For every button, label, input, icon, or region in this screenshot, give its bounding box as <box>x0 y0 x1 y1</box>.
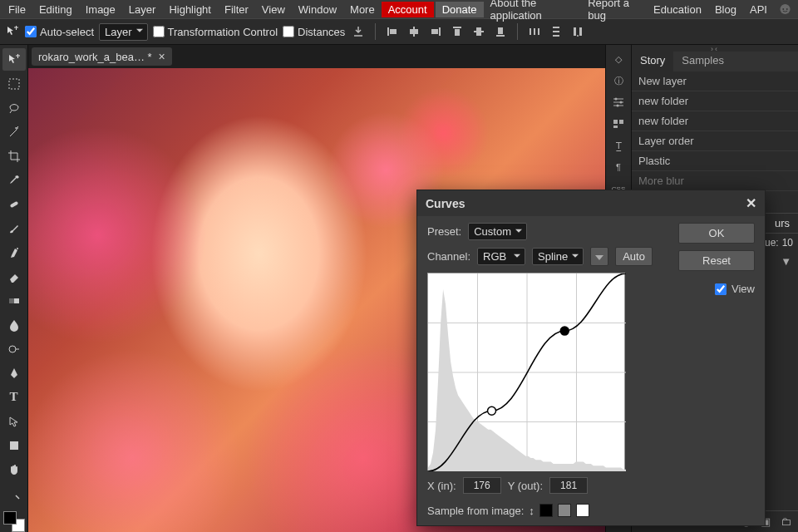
auto-select-label: Auto-select <box>40 26 94 38</box>
y-input[interactable]: 181 <box>549 477 588 494</box>
align-top-icon[interactable] <box>449 23 466 40</box>
align-bottom-icon[interactable] <box>492 23 509 40</box>
menu-api[interactable]: API <box>743 2 774 17</box>
transform-input[interactable] <box>153 26 165 37</box>
preset-select[interactable]: Custom <box>468 223 527 240</box>
rail-collapse-icon[interactable]: ◇ <box>608 50 628 68</box>
clone-tool[interactable] <box>2 241 26 264</box>
rail-sliders-icon[interactable] <box>608 93 628 111</box>
opacity-value[interactable]: 10 <box>782 237 793 249</box>
fg-color-swatch[interactable] <box>3 511 17 525</box>
reddit-icon[interactable] <box>779 2 791 17</box>
eraser-tool[interactable] <box>2 265 26 288</box>
transform-checkbox[interactable]: Transformation Control <box>153 26 278 38</box>
distribute-v-icon[interactable] <box>548 23 564 40</box>
rect-select-tool[interactable] <box>2 72 26 95</box>
auto-select-checkbox[interactable]: Auto-select <box>25 26 94 38</box>
dialog-close-icon[interactable]: ✕ <box>746 195 756 211</box>
tab-story[interactable]: Story <box>632 52 673 71</box>
menu-view[interactable]: View <box>255 2 292 17</box>
menu-filter[interactable]: Filter <box>218 2 255 17</box>
curve-point[interactable] <box>560 327 569 335</box>
history-item[interactable]: Layer order <box>632 131 798 151</box>
pen-tool[interactable] <box>2 362 26 384</box>
channel-select[interactable]: RGB <box>477 248 525 265</box>
sample-picker-icon[interactable]: ↕ <box>529 505 534 517</box>
download-icon[interactable] <box>350 23 367 40</box>
view-checkbox[interactable] <box>715 283 727 295</box>
move-tool[interactable] <box>2 48 26 71</box>
sample-white[interactable] <box>576 504 589 517</box>
menu-report-bug[interactable]: Report a bug <box>581 0 647 23</box>
heal-tool[interactable] <box>2 193 26 215</box>
sample-gray[interactable] <box>558 504 571 517</box>
x-input[interactable]: 176 <box>463 477 501 494</box>
history-item[interactable]: new folder <box>632 91 798 111</box>
blur-tool[interactable] <box>2 313 26 336</box>
history-item[interactable]: New layer <box>632 71 798 91</box>
auto-button[interactable]: Auto <box>615 247 653 266</box>
rail-info-icon[interactable]: ⓘ <box>608 71 628 90</box>
ok-button[interactable]: OK <box>678 223 755 244</box>
curve-point[interactable] <box>488 406 496 415</box>
menu-highlight[interactable]: Highlight <box>162 2 218 17</box>
align-middle-icon[interactable] <box>470 23 487 40</box>
gradient-tool[interactable] <box>2 289 26 312</box>
menu-donate[interactable]: Donate <box>436 2 484 17</box>
menu-education[interactable]: Education <box>647 2 708 17</box>
shape-tool[interactable] <box>2 434 26 456</box>
wand-tool[interactable] <box>2 121 26 143</box>
freehand-toggle[interactable] <box>590 247 608 266</box>
menu-editing[interactable]: Editing <box>32 2 79 17</box>
curves-graph[interactable] <box>427 273 625 470</box>
align-right-icon[interactable] <box>427 23 444 40</box>
history-item[interactable]: Plastic <box>632 151 798 171</box>
menu-more[interactable]: More <box>343 2 382 17</box>
svg-rect-8 <box>431 29 438 34</box>
menu-account[interactable]: Account <box>382 2 434 17</box>
history-item[interactable]: new folder <box>632 111 798 131</box>
align-left-icon[interactable] <box>384 23 401 40</box>
crop-tool[interactable] <box>2 145 26 167</box>
tab-layers-partial[interactable]: urs <box>766 214 798 233</box>
svg-rect-17 <box>538 28 539 35</box>
distribute-h-icon[interactable] <box>526 23 543 40</box>
rail-character-icon[interactable]: T̲ <box>608 136 628 155</box>
distances-input[interactable] <box>283 26 294 37</box>
dialog-titlebar[interactable]: Curves ✕ <box>417 190 765 216</box>
menu-image[interactable]: Image <box>79 2 122 17</box>
sample-label: Sample from image: <box>427 505 524 517</box>
menu-blog[interactable]: Blog <box>708 2 743 17</box>
rail-swatches-icon[interactable] <box>608 115 628 133</box>
lasso-tool[interactable] <box>2 96 26 119</box>
tab-samples[interactable]: Samples <box>673 52 732 71</box>
new-folder-icon[interactable]: 🗀 <box>778 515 793 530</box>
menu-layer[interactable]: Layer <box>122 2 163 17</box>
sample-black[interactable] <box>539 504 553 517</box>
reset-button[interactable]: Reset <box>678 250 755 271</box>
text-tool[interactable]: T <box>2 386 26 408</box>
distances-checkbox[interactable]: Distances <box>283 26 345 38</box>
history-item[interactable]: More blur <box>632 171 798 191</box>
interp-select[interactable]: Spline <box>532 248 584 265</box>
svg-point-23 <box>577 35 579 37</box>
rail-paragraph-icon[interactable]: ¶ <box>608 158 628 176</box>
menu-about[interactable]: About the application <box>484 0 582 23</box>
brush-tool[interactable] <box>2 217 26 239</box>
auto-select-input[interactable] <box>25 26 37 37</box>
transform-label: Transformation Control <box>168 26 278 38</box>
path-select-tool[interactable] <box>2 410 26 432</box>
target-select[interactable]: Layer <box>99 23 148 41</box>
color-swatches[interactable] <box>3 511 25 532</box>
align-center-h-icon[interactable] <box>406 23 422 40</box>
more-align-icon[interactable] <box>569 23 586 40</box>
dodge-tool[interactable] <box>2 337 26 360</box>
menu-file[interactable]: File <box>2 2 32 17</box>
eyedropper-tool[interactable] <box>2 169 26 191</box>
zoom-tool[interactable] <box>2 482 26 505</box>
document-tab[interactable]: rokaro_work_a_bea… * × <box>32 47 172 66</box>
close-tab-icon[interactable]: × <box>159 50 165 63</box>
panel-collapse-icon[interactable]: ›‹ <box>632 45 798 52</box>
menu-window[interactable]: Window <box>292 2 343 17</box>
hand-tool[interactable] <box>2 458 26 480</box>
